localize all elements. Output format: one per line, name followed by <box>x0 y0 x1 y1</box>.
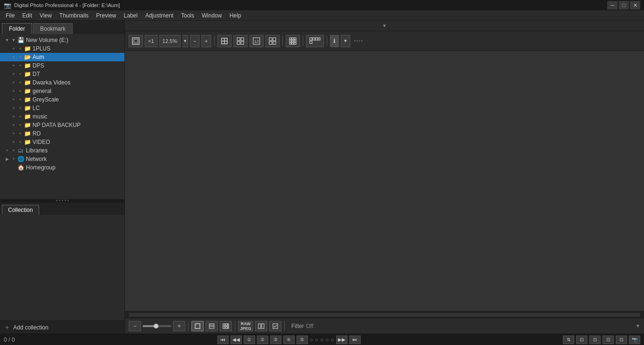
expander-music[interactable]: + <box>10 113 17 120</box>
view-num-btn[interactable]: 12 <box>249 35 264 47</box>
tree-row-rd[interactable]: + + 📁 RD <box>0 129 124 138</box>
expander-general2[interactable]: + <box>17 88 24 94</box>
menu-window[interactable]: Window <box>198 11 226 20</box>
expander-aum[interactable]: + <box>10 54 17 60</box>
zoom-in-btn[interactable]: + <box>173 321 185 331</box>
info-btn[interactable]: ℹ <box>330 35 339 47</box>
tool-btn-2[interactable]: ⊡ <box>589 336 601 344</box>
tree-row-libraries[interactable]: + + 🗂 Libraries <box>0 146 124 155</box>
view-fit-btn[interactable] <box>217 35 231 47</box>
fit-button[interactable] <box>129 35 143 47</box>
nav-prev-prev-btn[interactable]: ◀◀ <box>231 336 242 344</box>
sort-btn[interactable]: ⇅ <box>563 336 574 344</box>
thumbnail-area[interactable] <box>125 51 644 311</box>
menu-preview[interactable]: Preview <box>92 11 120 20</box>
expander-rd[interactable]: + <box>10 130 17 137</box>
tree-row-dwarka[interactable]: + + 📁 Dwarka Videos <box>0 78 124 87</box>
zoom-dropdown[interactable]: ▾ <box>182 35 188 47</box>
zoom-slider[interactable] <box>143 325 171 327</box>
tool-btn-3[interactable]: ⊡ <box>603 336 614 344</box>
tool-btn-1[interactable]: ⊡ <box>576 336 587 344</box>
tool-btn-4[interactable]: ⊡ <box>616 336 627 344</box>
expander-drive2[interactable]: ▼ <box>10 37 17 43</box>
tab-collection[interactable]: Collection <box>2 205 39 215</box>
zoom-1x-button[interactable]: ×1 <box>145 35 157 47</box>
expander-greyscale[interactable]: + <box>10 96 17 103</box>
grid2-btn[interactable] <box>286 35 300 47</box>
expander-aum2[interactable]: + <box>17 54 24 60</box>
tab-folder[interactable]: Folder <box>2 23 32 34</box>
menu-adjustment[interactable]: Adjustment <box>141 11 177 20</box>
menu-label[interactable]: Label <box>120 11 141 20</box>
expander-dwarka2[interactable]: + <box>17 79 24 86</box>
menu-thumbnails[interactable]: Thumbnails <box>56 11 92 20</box>
expander-video[interactable]: + <box>10 139 17 145</box>
expander-drive[interactable]: ▼ <box>4 37 10 43</box>
expander-lc[interactable]: + <box>10 105 17 111</box>
star-2-btn[interactable]: ② <box>257 336 268 344</box>
top-dropdown-arrow[interactable]: ▼ <box>382 23 387 28</box>
expander-music2[interactable]: + <box>17 113 24 120</box>
camera-btn[interactable]: 📷 <box>629 336 640 344</box>
nav-last-btn[interactable]: ⏭ <box>349 336 361 344</box>
expander-1plus2[interactable]: + <box>17 45 24 52</box>
view-single-btn[interactable] <box>191 321 204 331</box>
expander-greyscale2[interactable]: + <box>17 96 24 103</box>
star-5-btn[interactable]: ⑤ <box>297 336 308 344</box>
tree-row-homegroup[interactable]: 🏠 Homegroup <box>0 163 124 172</box>
expander-dps2[interactable]: + <box>17 62 24 69</box>
tree-row-drive[interactable]: ▼ ▼ 💾 New Volume (E:) <box>0 36 124 44</box>
expander-1plus[interactable]: + <box>10 45 17 52</box>
add-collection-bar[interactable]: ＋ Add collection <box>0 320 124 334</box>
tree-row-dt[interactable]: + + 📁 DT <box>0 70 124 78</box>
raw-btn[interactable]: RAWJPEG <box>238 321 253 331</box>
expander-video2[interactable]: + <box>17 139 24 145</box>
nav-next-btn[interactable]: ▶▶ <box>336 336 347 344</box>
minimize-button[interactable]: ─ <box>607 1 618 9</box>
menu-edit[interactable]: Edit <box>18 11 36 20</box>
view-grid2-btn[interactable] <box>220 321 232 331</box>
compare-btn[interactable] <box>255 321 267 331</box>
toolbar-expand-dots[interactable] <box>354 40 363 42</box>
menu-help[interactable]: Help <box>226 11 245 20</box>
zoom-out-btn[interactable]: − <box>129 321 141 331</box>
zoom-out-button[interactable]: − <box>190 35 199 47</box>
tree-row-greyscale[interactable]: + + 📁 GreyScale <box>0 95 124 104</box>
star-1-btn[interactable]: ① <box>244 336 255 344</box>
horizontal-scrollbar[interactable] <box>125 311 644 318</box>
tree-row-lc[interactable]: + + 📁 LC <box>0 104 124 112</box>
view-grid-btn[interactable] <box>265 35 280 47</box>
expander-dt2[interactable]: + <box>17 71 24 77</box>
star-3-btn[interactable]: ③ <box>270 336 281 344</box>
tree-row-aum[interactable]: + + 📂 Aum <box>0 53 124 61</box>
check-btn[interactable] <box>269 321 281 331</box>
menu-file[interactable]: File <box>2 11 18 20</box>
close-button[interactable]: ✕ <box>630 1 640 9</box>
tree-row-general[interactable]: + + 📁 general <box>0 87 124 95</box>
menu-view[interactable]: View <box>36 11 56 20</box>
top-dropdown-bar[interactable]: ▼ <box>125 21 644 31</box>
nav-first-btn[interactable]: ⏮ <box>217 336 229 344</box>
tree-row-network[interactable]: ▶ + 🌐 Network <box>0 155 124 163</box>
folder-tree[interactable]: ▼ ▼ 💾 New Volume (E:) + + 📁 1PLUS + + 📂 … <box>0 34 124 199</box>
expander-network[interactable]: ▶ <box>4 156 10 162</box>
star-4-btn[interactable]: ④ <box>283 336 295 344</box>
expander-libraries2[interactable]: + <box>10 147 17 154</box>
expander-general[interactable]: + <box>10 88 17 94</box>
expander-dps[interactable]: + <box>10 62 17 69</box>
menu-tools[interactable]: Tools <box>177 11 198 20</box>
expander-np2[interactable]: + <box>17 122 24 128</box>
view-thumb-btn[interactable] <box>233 35 248 47</box>
view-list-btn[interactable] <box>206 321 218 331</box>
bottom-dropdown-arrow[interactable]: ▼ <box>636 323 640 328</box>
info-dropdown-btn[interactable]: ▾ <box>341 35 350 47</box>
tree-row-dps[interactable]: + + 📁 DPS <box>0 61 124 70</box>
tree-row-music[interactable]: + + 📁 music <box>0 112 124 121</box>
tree-row-video[interactable]: + + 📁 VIDEO <box>0 138 124 146</box>
scrollbar-track[interactable] <box>129 313 640 317</box>
tree-row-1plus[interactable]: + + 📁 1PLUS <box>0 44 124 53</box>
zoom-in-button[interactable]: + <box>201 35 211 47</box>
expander-dwarka[interactable]: + <box>10 79 17 86</box>
expander-lc2[interactable]: + <box>17 105 24 111</box>
tree-row-np[interactable]: + + 📁 NP DATA BACKUP <box>0 121 124 129</box>
